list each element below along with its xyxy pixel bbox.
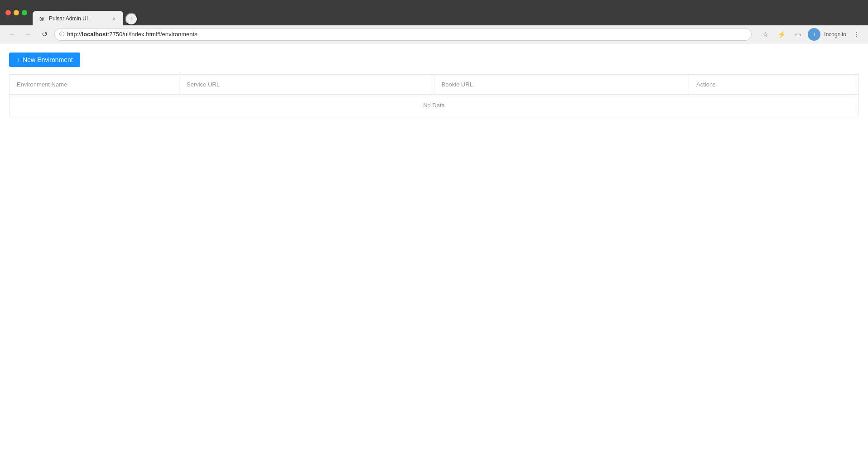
empty-state-row: No Data (10, 95, 859, 116)
col-header-bookie-url: Bookie URL (434, 75, 689, 95)
toolbar-actions: ☆ ⚡ ▭ I Incognito ⋮ (759, 28, 863, 41)
new-tab-button[interactable]: + (125, 13, 138, 25)
environments-table: Environment Name Service URL Bookie URL … (9, 74, 859, 116)
bookmark-button[interactable]: ☆ (759, 28, 772, 41)
new-environment-icon: + (16, 56, 20, 63)
tab-close-button[interactable]: × (111, 15, 118, 22)
col-header-actions: Actions (689, 75, 859, 95)
new-environment-button[interactable]: + New Environment (9, 53, 80, 67)
forward-button[interactable]: → (22, 28, 34, 41)
tab-title: Pulsar Admin UI (49, 15, 107, 22)
active-tab[interactable]: ◎ Pulsar Admin UI × (33, 11, 123, 26)
page-content: + New Environment Environment Name Servi… (0, 43, 868, 450)
address-bar[interactable]: ⓘ http://localhost:7750/ui/index.html#/e… (54, 28, 752, 41)
browser-toolbar: ← → ↺ ⓘ http://localhost:7750/ui/index.h… (0, 25, 868, 43)
minimize-window-button[interactable] (14, 10, 19, 15)
table-header: Environment Name Service URL Bookie URL … (10, 75, 859, 95)
back-button[interactable]: ← (5, 28, 18, 41)
new-environment-label: New Environment (23, 56, 73, 63)
table-header-row: Environment Name Service URL Bookie URL … (10, 75, 859, 95)
url-domain: localhost (82, 31, 108, 38)
browser-chrome: ◎ Pulsar Admin UI × + (0, 0, 868, 25)
url-protocol: http:// (67, 31, 82, 38)
empty-state-message: No Data (10, 95, 859, 116)
extensions-button[interactable]: ⚡ (775, 28, 788, 41)
col-header-service-url: Service URL (179, 75, 434, 95)
window-button[interactable]: ▭ (791, 28, 804, 41)
security-icon: ⓘ (59, 31, 64, 38)
profile-avatar[interactable]: I (808, 28, 820, 41)
browser-menu-button[interactable]: ⋮ (850, 28, 863, 41)
url-path: :7750/ui/index.html#/environments (108, 31, 198, 38)
table-body: No Data (10, 95, 859, 116)
maximize-window-button[interactable] (22, 10, 27, 15)
profile-name: Incognito (824, 31, 846, 38)
reload-button[interactable]: ↺ (38, 28, 51, 41)
tab-bar: ◎ Pulsar Admin UI × + (33, 0, 863, 25)
tab-favicon: ◎ (38, 15, 45, 22)
address-bar-url: http://localhost:7750/ui/index.html#/env… (67, 31, 747, 38)
close-window-button[interactable] (5, 10, 11, 15)
col-header-name: Environment Name (10, 75, 179, 95)
traffic-lights (5, 10, 27, 15)
